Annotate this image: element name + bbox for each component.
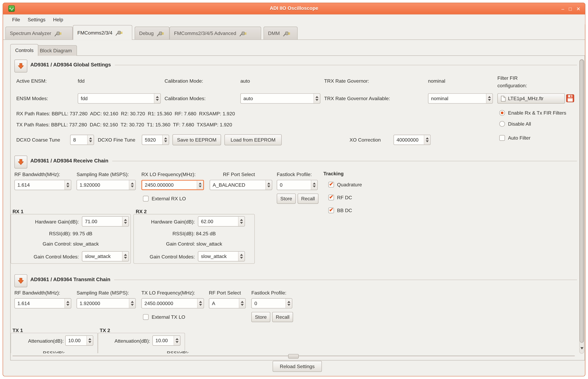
up-down-arrows-icon[interactable] xyxy=(122,252,129,261)
plug-connector-icon xyxy=(239,30,247,36)
tx-fastlock-store-button[interactable]: Store xyxy=(251,312,270,322)
up-down-arrows-icon[interactable] xyxy=(197,299,204,308)
subtab-label: Block Diagram xyxy=(40,48,72,54)
disable-all-radio[interactable] xyxy=(499,121,505,127)
rx-fastlock-recall-button[interactable]: Recall xyxy=(298,194,318,204)
maximize-button[interactable]: □ xyxy=(569,6,572,12)
rx-fastlock-store-button[interactable]: Store xyxy=(277,194,296,204)
up-down-arrows-icon[interactable] xyxy=(238,217,245,226)
minimize-button[interactable]: – xyxy=(561,6,564,12)
up-down-arrows-icon[interactable] xyxy=(129,299,135,308)
transmit-collapse-button[interactable] xyxy=(15,274,27,287)
tab-spectrum-analyzer[interactable]: Spectrum Analyzer xyxy=(5,27,73,39)
horizontal-scrollbar-handle[interactable] xyxy=(288,354,299,359)
external-rx-lo-checkbox[interactable] xyxy=(143,196,149,202)
tx-rf-port-select-combo[interactable]: A xyxy=(209,298,246,308)
rx2-hardware-gain-label: Hardware Gain(dB): xyxy=(131,219,195,224)
scrollbar-down-arrow-icon[interactable] xyxy=(580,347,584,349)
rx2-gain-control-value: slow_attack xyxy=(196,241,222,247)
rx-rf-port-select-combo[interactable]: A_BALANCED xyxy=(210,180,272,190)
section-divider-line xyxy=(115,65,577,65)
up-down-arrows-icon[interactable] xyxy=(311,180,317,190)
global-collapse-button[interactable] xyxy=(15,60,27,72)
enable-fir-filters-radio[interactable] xyxy=(499,110,505,116)
tab-fmcomms2345-advanced[interactable]: FMComms2/3/4/5 Advanced xyxy=(169,27,261,39)
section-title: AD9361 / AD9364 Global Settings xyxy=(30,62,111,67)
tx-fastlock-profile-spinner[interactable]: 0 xyxy=(251,298,292,308)
auto-filter-checkbox[interactable] xyxy=(499,135,505,141)
menu-settings[interactable]: Settings xyxy=(24,15,49,23)
xo-correction-spinner[interactable]: 40000000 xyxy=(394,135,431,145)
menu-file[interactable]: File xyxy=(8,15,24,23)
calibration-modes-combo[interactable]: auto xyxy=(240,94,320,104)
close-button[interactable]: ✕ xyxy=(576,6,580,12)
plug-connector-icon xyxy=(157,30,164,36)
up-down-arrows-icon[interactable] xyxy=(265,180,272,190)
up-down-arrows-icon[interactable] xyxy=(64,180,71,190)
quadrature-checkbox[interactable] xyxy=(328,182,334,188)
tab-fmcomms234[interactable]: FMComms2/3/4 xyxy=(73,25,132,40)
dcxo-fine-tune-spinner[interactable]: 5920 xyxy=(142,135,169,145)
up-down-arrows-icon[interactable] xyxy=(285,299,292,308)
titlebar[interactable]: ADI IIO Oscilloscope – □ ✕ xyxy=(3,3,585,15)
up-down-arrows-icon[interactable] xyxy=(87,135,94,145)
dcxo-coarse-tune-spinner[interactable]: 8 xyxy=(70,135,94,145)
rx-rf-bandwidth-spinner[interactable]: 1.614 xyxy=(15,180,71,190)
fir-file-chooser-button[interactable]: LTE1p4_MHz.ftr xyxy=(498,94,565,104)
up-down-arrows-icon[interactable] xyxy=(238,252,245,261)
bb-dc-checkbox[interactable] xyxy=(328,207,334,213)
rx1-gain-control-modes-combo[interactable]: slow_attack xyxy=(82,251,129,262)
rx2-hardware-gain-spinner[interactable]: 62.00 xyxy=(198,216,245,227)
receive-collapse-button[interactable] xyxy=(15,156,27,168)
rx-fastlock-profile-spinner[interactable]: 0 xyxy=(277,180,318,190)
menu-help[interactable]: Help xyxy=(49,15,67,23)
tab-debug[interactable]: Debug xyxy=(134,27,169,39)
transmit-section-header: AD9361 / AD9364 Transmit Chain xyxy=(30,277,577,282)
up-down-arrows-icon[interactable] xyxy=(174,336,180,345)
up-down-arrows-icon[interactable] xyxy=(239,299,245,308)
tab-label: Debug xyxy=(139,30,154,36)
up-down-arrows-icon[interactable] xyxy=(424,135,430,145)
global-section-header: AD9361 / AD9364 Global Settings xyxy=(30,62,577,67)
rx1-hardware-gain-spinner[interactable]: 71.00 xyxy=(82,216,129,227)
spinner-value: 40000000 xyxy=(394,135,424,145)
tx-fastlock-recall-button[interactable]: Recall xyxy=(272,312,293,322)
tab-dmm[interactable]: DMM xyxy=(264,27,298,39)
ensm-modes-combo[interactable]: fdd xyxy=(78,94,161,104)
rf-dc-checkbox[interactable] xyxy=(328,195,334,200)
up-down-arrows-icon[interactable] xyxy=(122,217,129,226)
up-down-arrows-icon[interactable] xyxy=(64,299,71,308)
up-down-arrows-icon[interactable] xyxy=(486,94,493,103)
vertical-scrollbar-handle[interactable] xyxy=(580,60,584,343)
tab-block-diagram[interactable]: Block Diagram xyxy=(35,45,77,56)
load-from-eeprom-button[interactable]: Load from EEPROM xyxy=(224,134,282,145)
rx-sampling-rate-label: Sampling Rate (MSPS): xyxy=(77,172,129,177)
rx-sampling-rate-spinner[interactable]: 1.920000 xyxy=(77,180,136,190)
tab-controls[interactable]: Controls xyxy=(10,44,38,56)
reload-settings-button[interactable]: Reload Settings xyxy=(273,361,322,372)
up-down-arrows-icon[interactable] xyxy=(87,336,93,345)
tx-sampling-rate-spinner[interactable]: 1.920000 xyxy=(77,298,136,308)
rx-lo-frequency-spinner[interactable]: 2450.000000 xyxy=(141,180,204,190)
spinner-value: 0 xyxy=(277,180,311,190)
external-tx-lo-checkbox[interactable] xyxy=(143,314,149,320)
external-rx-lo-row: External RX LO xyxy=(143,196,186,202)
save-to-eeprom-button[interactable]: Save to EEPROM xyxy=(173,134,221,145)
trx-rate-governor-available-combo[interactable]: nominal xyxy=(428,94,493,104)
tx-sampling-rate-label: Sampling Rate (MSPS): xyxy=(77,290,129,296)
fir-save-button[interactable] xyxy=(566,94,574,102)
up-down-arrows-icon[interactable] xyxy=(129,180,135,190)
up-down-arrows-icon[interactable] xyxy=(313,94,320,103)
external-tx-lo-label: External TX LO xyxy=(152,314,185,320)
up-down-arrows-icon[interactable] xyxy=(162,135,169,145)
tx-lo-frequency-spinner[interactable]: 2450.000000 xyxy=(141,298,204,308)
up-down-arrows-icon[interactable] xyxy=(154,94,160,103)
tx2-attenuation-spinner[interactable]: 10.00 xyxy=(152,335,180,346)
rx2-gain-control-modes-combo[interactable]: slow_attack xyxy=(198,251,245,262)
trx-rate-governor-label: TRX Rate Governor: xyxy=(324,78,369,84)
up-down-arrows-icon[interactable] xyxy=(197,181,203,190)
trx-rate-governor-value: nominal xyxy=(428,78,445,84)
tx1-attenuation-spinner[interactable]: 10.00 xyxy=(65,335,93,346)
tx-rf-bandwidth-spinner[interactable]: 1.614 xyxy=(15,298,71,308)
combo-value: A xyxy=(209,299,239,308)
